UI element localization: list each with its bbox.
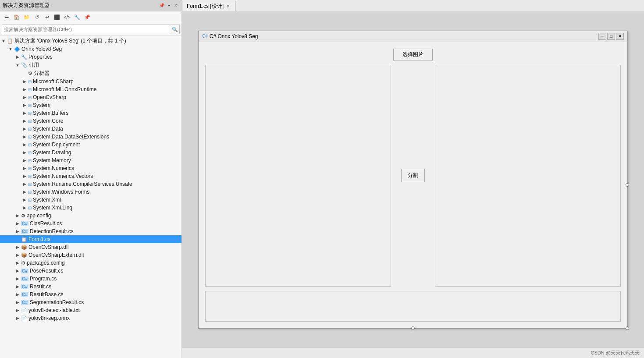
- tree-item-resultbase[interactable]: ▶C#ResultBase.cs: [0, 291, 181, 298]
- expand-icon: ▶: [14, 252, 21, 259]
- tree-item-ref4[interactable]: ▶⊞System: [0, 101, 181, 109]
- tree-icon: C#: [21, 229, 28, 234]
- tree-item-solution[interactable]: ▼📋解决方案 'Onnx Yolov8 Seg' (1 个项目，共 1 个): [0, 37, 181, 45]
- expand-icon: ▶: [14, 307, 21, 314]
- tree-label: System.Deployment: [33, 142, 80, 148]
- tree-icon: 📄: [21, 315, 27, 321]
- tree-item-properties[interactable]: ▶🔧Properties: [0, 53, 181, 61]
- properties-button[interactable]: 🏠: [12, 12, 21, 22]
- tree-item-detectionresult[interactable]: ▶C#DetectionResult.cs: [0, 227, 181, 235]
- back-button[interactable]: ⬅: [2, 12, 11, 22]
- expand-icon: ▶: [21, 173, 28, 180]
- tree-icon: ⊞: [28, 190, 32, 195]
- tree-item-program[interactable]: ▶C#Program.cs: [0, 275, 181, 283]
- tree-item-ref16[interactable]: ▶⊞System.Xml: [0, 196, 181, 204]
- expand-icon: ▶: [21, 94, 28, 101]
- expand-icon: ▶: [21, 133, 28, 140]
- expand-icon: ▶: [21, 204, 28, 211]
- segment-button[interactable]: 分割: [401, 169, 425, 182]
- tree-item-form1[interactable]: 📋Form1.cs: [0, 235, 181, 243]
- tree-item-opencvsharp[interactable]: ▶📦OpenCvSharp.dll: [0, 243, 181, 251]
- show-all-files-button[interactable]: 📁: [22, 12, 32, 22]
- tree-icon: 📎: [21, 62, 27, 68]
- expand-icon: ▶: [21, 196, 28, 203]
- tree-item-segresult[interactable]: ▶C#SegmentationResult.cs: [0, 298, 181, 306]
- tree-item-poseresult[interactable]: ▶C#PoseResult.cs: [0, 267, 181, 275]
- form1-design-tab[interactable]: Form1.cs [设计] ✕: [182, 1, 235, 11]
- tree-item-ref11[interactable]: ▶⊞System.Memory: [0, 156, 181, 164]
- tree-item-yoloonnx[interactable]: ▶📄yolov8n-seg.onnx: [0, 314, 181, 322]
- tab-close-button[interactable]: ✕: [225, 4, 231, 9]
- pin-button[interactable]: 📌: [159, 3, 165, 9]
- resize-bottom-handle[interactable]: [411, 326, 415, 330]
- tree-icon: 📦: [21, 252, 27, 258]
- tree-item-references[interactable]: ▼📎引用: [0, 61, 181, 69]
- search-input[interactable]: [2, 25, 170, 34]
- refresh-button[interactable]: ↺: [32, 12, 42, 22]
- tree-item-ref2[interactable]: ▶⊞Microsoft.ML.OnnxRuntime: [0, 85, 181, 93]
- tree-item-ref7[interactable]: ▶⊞System.Data: [0, 125, 181, 133]
- tree-label: System.Memory: [33, 157, 71, 163]
- tree-label: ClasResult.cs: [30, 220, 62, 227]
- pin2-button[interactable]: 📌: [82, 12, 92, 22]
- settings-button[interactable]: 🔧: [72, 12, 82, 22]
- minimize-panel-button[interactable]: ▾: [166, 3, 172, 9]
- code-view-button[interactable]: </>: [62, 12, 72, 22]
- tree-item-ref8[interactable]: ▶⊞System.Data.DataSetExtensions: [0, 133, 181, 141]
- tree-icon: ⊞: [28, 79, 32, 84]
- tree-item-appconfig[interactable]: ▶⚙app.config: [0, 212, 181, 220]
- expand-icon: ▶: [14, 228, 21, 235]
- expand-icon: ▶: [21, 181, 28, 188]
- tree-label: packages.config: [27, 260, 65, 266]
- expand-icon: ▶: [14, 212, 21, 219]
- left-image-box: [205, 65, 391, 287]
- csharp-icon: C#: [202, 34, 208, 39]
- tree-icon: ⊞: [28, 150, 32, 155]
- tree-item-ref1[interactable]: ▶⊞Microsoft.CSharp: [0, 78, 181, 85]
- tree-label: System.Numerics.Vectors: [33, 173, 93, 179]
- tree-icon: ⊞: [28, 166, 32, 171]
- undo-button[interactable]: ↩: [42, 12, 52, 22]
- tree-item-ref3[interactable]: ▶⊞OpenCvSharp: [0, 93, 181, 101]
- tree-label: yolov8-detect-lable.txt: [28, 307, 80, 313]
- toggle-button[interactable]: ⬛: [52, 12, 62, 22]
- tree-item-clasresult[interactable]: ▶C#ClasResult.cs: [0, 220, 181, 227]
- expand-icon: ▶: [21, 165, 28, 172]
- select-image-button[interactable]: 选择图片: [393, 49, 433, 60]
- tree-label: Properties: [28, 54, 53, 60]
- tree-icon: C#: [21, 300, 28, 305]
- tree-label: System.Data.DataSetExtensions: [33, 134, 109, 140]
- expand-icon: ▶: [14, 259, 21, 266]
- tree-label: Microsoft.CSharp: [33, 78, 74, 85]
- close-form-button[interactable]: ✕: [616, 33, 624, 40]
- tree-item-ref9[interactable]: ▶⊞System.Deployment: [0, 141, 181, 149]
- tree-item-opencvsharpextern[interactable]: ▶📦OpenCvSharpExtern.dll: [0, 251, 181, 259]
- search-button[interactable]: 🔍: [170, 25, 180, 34]
- tree-label: OpenCvSharpExtern.dll: [28, 252, 84, 258]
- tree-item-ref5[interactable]: ▶⊞System.Buffers: [0, 109, 181, 117]
- attribution-text: CSDN @天天代码天天: [591, 350, 640, 355]
- expand-icon: ▶: [21, 157, 28, 164]
- tree-item-result[interactable]: ▶C#Result.cs: [0, 283, 181, 291]
- tree-item-ref15[interactable]: ▶⊞System.Windows.Forms: [0, 188, 181, 196]
- tree-item-yololable[interactable]: ▶📄yolov8-detect-lable.txt: [0, 306, 181, 314]
- tree-item-packages[interactable]: ▶⚙packages.config: [0, 259, 181, 267]
- tree-item-ref12[interactable]: ▶⊞System.Numerics: [0, 164, 181, 172]
- tree-icon: 📄: [21, 308, 27, 313]
- maximize-form-button[interactable]: □: [607, 33, 615, 40]
- close-panel-button[interactable]: ✕: [173, 3, 179, 9]
- resize-corner-handle[interactable]: [626, 326, 629, 330]
- tree-item-ref10[interactable]: ▶⊞System.Drawing: [0, 149, 181, 156]
- tree-item-ref14[interactable]: ▶⊞System.Runtime.CompilerServices.Unsafe: [0, 180, 181, 188]
- tree-item-analyzers[interactable]: ⚙分析器: [0, 69, 181, 78]
- expand-icon: ▶: [14, 283, 21, 290]
- expand-icon: ▼: [14, 62, 21, 69]
- tree-item-ref17[interactable]: ▶⊞System.Xml.Linq: [0, 204, 181, 212]
- tree-label: OpenCvSharp.dll: [28, 244, 68, 250]
- resize-right-handle[interactable]: [626, 183, 629, 187]
- tree-item-ref6[interactable]: ▶⊞System.Core: [0, 117, 181, 125]
- form-title-text: C# Onnx Yolov8 Seg: [210, 33, 258, 39]
- tree-item-project[interactable]: ▼🔷Onnx Yolov8 Seg: [0, 45, 181, 53]
- tree-item-ref13[interactable]: ▶⊞System.Numerics.Vectors: [0, 172, 181, 180]
- minimize-form-button[interactable]: ─: [598, 33, 606, 40]
